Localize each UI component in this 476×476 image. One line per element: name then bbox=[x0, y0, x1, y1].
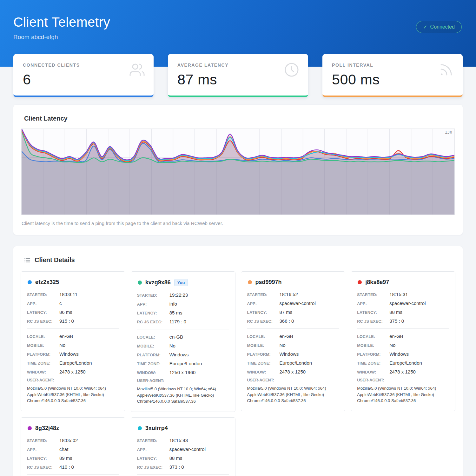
detail-label: LATENCY: bbox=[247, 310, 280, 315]
client-color-dot bbox=[138, 281, 142, 285]
detail-row-rcjs: RC JS EXEC: 410 : 0 bbox=[27, 464, 119, 470]
detail-label: WINDOW: bbox=[357, 370, 389, 374]
detail-value: 85 ms bbox=[169, 310, 229, 315]
detail-label: LATENCY: bbox=[27, 456, 59, 461]
detail-value: spacewar-control bbox=[169, 446, 229, 452]
detail-row-mobile: MOBILE: No bbox=[137, 343, 229, 348]
detail-row-locale: LOCALE: en-GB bbox=[357, 334, 449, 339]
detail-label: LATENCY: bbox=[357, 310, 389, 315]
detail-value: 1250 x 1960 bbox=[169, 370, 229, 375]
detail-label-user-agent: USER-AGENT: bbox=[27, 378, 119, 382]
detail-row-started: STARTED: 18:15:43 bbox=[137, 438, 229, 443]
detail-label: STARTED: bbox=[27, 439, 59, 443]
client-card: efz2x325 STARTED: 18:03:11 APP: c LATENC… bbox=[21, 271, 125, 411]
detail-label-user-agent: USER-AGENT: bbox=[357, 378, 449, 382]
client-grid: efz2x325 STARTED: 18:03:11 APP: c LATENC… bbox=[21, 271, 455, 476]
check-icon: ✓ bbox=[423, 24, 427, 30]
detail-label: PLATFORM: bbox=[357, 352, 389, 357]
stat-card: AVERAGE LATENCY 87 ms bbox=[168, 54, 308, 97]
detail-row-latency: LATENCY: 88 ms bbox=[137, 455, 229, 461]
detail-value: en-GB bbox=[169, 334, 229, 340]
y-axis-max-label: 130 bbox=[445, 130, 452, 135]
detail-row-rcjs: RC JS EXEC: 375 : 0 bbox=[357, 318, 449, 324]
detail-value: 89 ms bbox=[59, 455, 119, 461]
latency-chart-card: Client Latency 130 Client latency is the… bbox=[13, 105, 463, 235]
detail-label: PLATFORM: bbox=[247, 352, 280, 357]
detail-value: chat bbox=[59, 446, 119, 452]
detail-value: 366 : 0 bbox=[280, 318, 339, 324]
detail-value: 410 : 0 bbox=[59, 464, 119, 470]
detail-row-timezone: TIME ZONE: Europe/London bbox=[357, 360, 449, 366]
client-card: 3xuirrp4 STARTED: 18:15:43 APP: spacewar… bbox=[131, 417, 235, 476]
user-agent-text: Mozilla/5.0 (Windows NT 10.0; Win64; x64… bbox=[357, 385, 449, 404]
detail-row-platform: PLATFORM: Windows bbox=[137, 352, 229, 357]
detail-value: 18:03:11 bbox=[59, 292, 119, 297]
detail-label: RC JS EXEC: bbox=[357, 319, 389, 324]
stat-card: CONNECTED CLIENTS 6 bbox=[13, 54, 154, 97]
detail-value: spacewar-control bbox=[389, 301, 449, 306]
detail-row-started: STARTED: 18:03:11 bbox=[27, 292, 119, 297]
detail-row-window: WINDOW: 2478 x 1250 bbox=[247, 369, 339, 374]
client-card-header: efz2x325 bbox=[28, 279, 119, 286]
client-color-dot bbox=[248, 280, 252, 284]
detail-value: 18:15:31 bbox=[389, 292, 449, 297]
detail-row-latency: LATENCY: 89 ms bbox=[27, 455, 119, 461]
detail-value: Windows bbox=[59, 351, 119, 357]
detail-label: LOCALE: bbox=[27, 334, 59, 339]
detail-value: No bbox=[389, 342, 449, 348]
detail-value: 18:15:43 bbox=[169, 438, 229, 443]
detail-label: RC JS EXEC: bbox=[247, 319, 280, 324]
detail-row-locale: LOCALE: en-GB bbox=[137, 334, 229, 340]
detail-label: LOCALE: bbox=[357, 334, 389, 339]
detail-row-started: STARTED: 19:22:23 bbox=[137, 292, 229, 298]
chart-caption: Client latency is the time to send a pin… bbox=[22, 221, 455, 226]
user-agent-text: Mozilla/5.0 (Windows NT 10.0; Win64; x64… bbox=[247, 385, 339, 404]
detail-value: spacewar-control bbox=[280, 301, 339, 306]
detail-value: Europe/London bbox=[169, 361, 229, 366]
detail-label: TIME ZONE: bbox=[247, 361, 280, 366]
client-card: psd9997h STARTED: 18:16:52 APP: spacewar… bbox=[241, 271, 346, 411]
detail-value: en-GB bbox=[280, 334, 339, 339]
client-card-header: kvzg9x86 You bbox=[138, 279, 229, 286]
detail-row-locale: LOCALE: en-GB bbox=[247, 334, 339, 339]
detail-label: STARTED: bbox=[357, 293, 389, 297]
room-subtitle: Room abcd-efgh bbox=[13, 34, 462, 41]
detail-label-user-agent: USER-AGENT: bbox=[137, 379, 229, 383]
user-agent-text: Mozilla/5.0 (Windows NT 10.0; Win64; x64… bbox=[27, 385, 119, 404]
detail-label: TIME ZONE: bbox=[27, 361, 59, 366]
detail-value: en-GB bbox=[59, 334, 119, 339]
user-agent-text: Mozilla/5.0 (Windows NT 10.0; Win64; x64… bbox=[137, 386, 229, 405]
divider bbox=[27, 328, 119, 329]
details-title-row: Client Details bbox=[24, 256, 455, 264]
detail-label: APP: bbox=[27, 447, 59, 452]
client-card-header: psd9997h bbox=[248, 279, 339, 286]
detail-label: APP: bbox=[357, 301, 389, 306]
detail-row-platform: PLATFORM: Windows bbox=[247, 351, 339, 357]
users-icon bbox=[129, 62, 145, 77]
main-content: CONNECTED CLIENTS 6 AVERAGE LATENCY 87 m… bbox=[0, 54, 476, 476]
client-color-dot bbox=[28, 280, 32, 284]
client-card: 8g32j48z STARTED: 18:05:02 APP: chat LAT… bbox=[21, 417, 125, 476]
detail-row-window: WINDOW: 2478 x 1250 bbox=[27, 369, 119, 374]
detail-value: 2478 x 1250 bbox=[389, 369, 449, 374]
detail-label: MOBILE: bbox=[137, 344, 169, 348]
you-badge: You bbox=[174, 279, 188, 286]
detail-value: 18:05:02 bbox=[59, 438, 119, 443]
stat-label: CONNECTED CLIENTS bbox=[23, 63, 144, 68]
detail-row-mobile: MOBILE: No bbox=[27, 342, 119, 348]
detail-value: 19:22:23 bbox=[169, 292, 229, 298]
detail-label: STARTED: bbox=[27, 293, 59, 297]
client-card-header: 8g32j48z bbox=[28, 425, 119, 432]
detail-value: 915 : 0 bbox=[59, 318, 119, 324]
detail-row-latency: LATENCY: 85 ms bbox=[137, 310, 229, 315]
client-color-dot bbox=[358, 280, 362, 284]
client-id: psd9997h bbox=[255, 279, 282, 286]
detail-label: LOCALE: bbox=[247, 334, 280, 339]
detail-label: STARTED: bbox=[247, 293, 280, 297]
detail-value: 88 ms bbox=[169, 455, 229, 461]
client-card: kvzg9x86 You STARTED: 19:22:23 APP: info… bbox=[131, 271, 235, 412]
detail-label: APP: bbox=[137, 447, 169, 452]
connection-status-badge: ✓ Connected bbox=[416, 21, 462, 33]
detail-value: 88 ms bbox=[389, 309, 449, 315]
page-title: Client Telemetry bbox=[13, 15, 462, 30]
